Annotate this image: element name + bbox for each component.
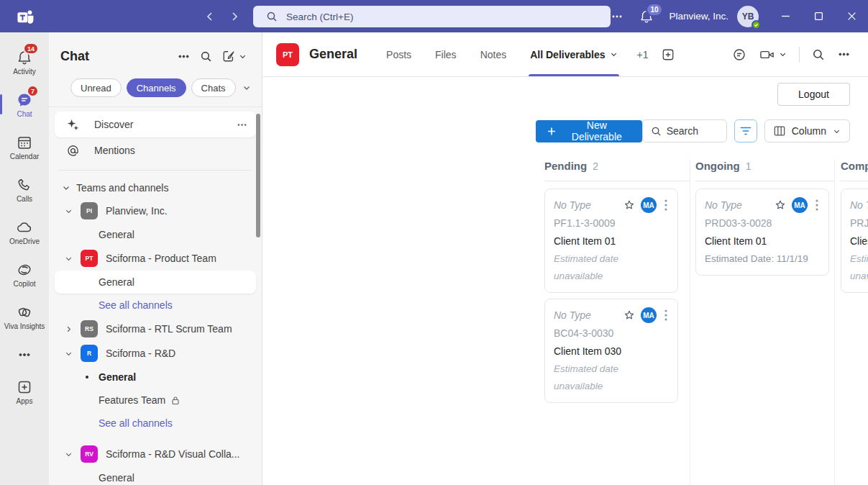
column-settings-button[interactable]: Column [764,119,850,142]
window-maximize-button[interactable] [802,0,835,32]
board-search[interactable] [642,119,728,142]
channel-chat-button[interactable] [726,43,753,66]
rail-item-copilot[interactable]: Copilot [0,253,49,296]
divider [59,170,252,171]
team-rd-visual[interactable]: RV Sciforma - R&D Visual Colla... [55,442,256,466]
deliverable-card[interactable]: No Type MA PRJ03-3-0037 Client Item 037 … [841,189,868,293]
team-rtl-scrum[interactable]: RS Sciforma - RTL Scrum Team [55,317,256,341]
mentions-item[interactable]: Mentions [55,137,256,163]
rail-label: Calls [17,196,32,203]
team-avatar: R [81,345,98,362]
see-all-channels-link[interactable]: See all channels [55,412,256,435]
rail-item-chat[interactable]: 7 Chat [0,83,49,126]
card-menu-button[interactable] [814,199,820,212]
filter-pill-chats[interactable]: Chats [191,78,236,97]
rail-label: Apps [17,398,33,405]
org-name[interactable]: Planview, Inc. [669,11,728,22]
add-tab-button[interactable] [659,46,677,63]
board-search-input[interactable] [667,125,724,137]
team-rd[interactable]: R Sciforma - R&D [55,341,256,366]
rail-more-apps-button[interactable] [0,338,49,371]
titlebar-more-button[interactable] [601,11,633,22]
video-camera-icon [759,47,775,62]
lock-icon [171,396,180,405]
team-product[interactable]: PT Sciforma - Product Team [55,246,256,271]
deliverable-card[interactable]: No Type MA BC04-3-0030 Client Item 030 E… [544,299,678,403]
card-id: PF1.1-3-0009 [554,214,669,232]
channel-rd-general[interactable]: General [55,366,256,389]
tab-notes[interactable]: Notes [480,32,507,76]
section-teams-and-channels[interactable]: Teams and channels [55,177,256,199]
rail-label: Calendar [10,153,40,160]
rail-item-viva-insights[interactable]: Viva Insights [0,296,49,338]
discover-item[interactable]: Discover [55,112,256,137]
deliverable-card[interactable]: No Type MA PRD03-3-0028 Client Item 01 E… [695,189,829,276]
rail-item-calls[interactable]: Calls [0,168,49,211]
chat-more-button[interactable] [173,47,195,65]
forward-button[interactable] [229,11,240,22]
tab-overflow[interactable]: +1 [636,49,648,60]
star-icon[interactable] [623,309,636,322]
filters-expand-button[interactable] [241,82,252,94]
titlebar: 10 Planview, Inc. YB [0,0,868,32]
chevron-down-icon [779,50,787,58]
global-search-input[interactable] [286,12,611,22]
channel-rd-features-team[interactable]: Features Team [55,389,256,412]
channel-product-general[interactable]: General [55,271,256,294]
logout-button[interactable]: Logout [777,83,850,106]
rail-label: Activity [13,68,36,76]
tab-all-deliverables[interactable]: All Deliverables [530,32,618,76]
user-avatar[interactable]: YB [737,6,759,27]
assignee-avatar: MA [641,307,657,323]
chat-search-button[interactable] [195,47,217,65]
back-button[interactable] [204,11,216,22]
channel-rdv-general[interactable]: General [55,466,256,485]
star-icon[interactable] [774,199,787,212]
window-minimize-button[interactable] [769,0,802,32]
deliverable-card[interactable]: No Type MA PF1.1-3-0009 Client Item 01 E… [544,189,678,293]
star-icon[interactable] [623,199,636,212]
card-date: Estimated Date: 11/1/19 [705,250,820,268]
new-chat-button[interactable] [217,47,252,65]
divider [799,47,800,63]
discover-label: Discover [94,119,133,130]
comment-icon [732,47,746,62]
see-all-channels-link[interactable]: See all channels [55,294,256,317]
channel-planview-general[interactable]: General [55,223,256,246]
tab-files[interactable]: Files [435,32,457,76]
discover-more-button[interactable] [237,119,247,130]
rail-item-onedrive[interactable]: OneDrive [0,211,49,253]
assignee-avatar: MA [641,197,657,213]
card-menu-button[interactable] [663,309,669,322]
tab-search-button[interactable] [805,44,831,65]
team-planview[interactable]: PI Planview, Inc. [55,199,256,223]
teams-logo-icon [16,7,35,26]
card-id: BC04-3-0030 [554,325,669,343]
rail-item-calendar[interactable]: Calendar [0,126,49,168]
window-close-button[interactable] [835,0,868,32]
rail-label: Chat [17,111,32,118]
more-dots-icon [838,48,850,60]
deliverables-board: Pending 2 No Type MA [544,160,868,485]
rail-item-activity[interactable]: 14 Activity [0,41,49,83]
new-deliverable-button[interactable]: New Deliverable [536,120,642,142]
chat-scrollbar[interactable] [256,114,260,237]
global-search[interactable] [253,6,611,27]
card-menu-button[interactable] [663,199,669,212]
rail-item-apps[interactable]: Apps [0,371,49,413]
notifications-button[interactable]: 10 [639,9,654,24]
meet-button[interactable] [753,43,793,66]
rail-label: Copilot [13,281,35,288]
assignee-avatar: MA [792,197,808,213]
tab-more-button[interactable] [831,44,856,65]
tab-posts[interactable]: Posts [386,32,411,76]
chevron-down-icon [65,207,73,215]
filter-pill-unread[interactable]: Unread [70,78,122,97]
app-rail: 14 Activity 7 Chat Calendar Ca [0,32,49,485]
board-filter-button[interactable] [734,119,757,142]
channel-title: General [309,47,357,62]
viva-insights-icon [16,304,33,321]
sparkle-icon [64,118,81,132]
filter-pill-channels[interactable]: Channels [127,78,186,97]
chevron-down-icon [65,255,73,263]
